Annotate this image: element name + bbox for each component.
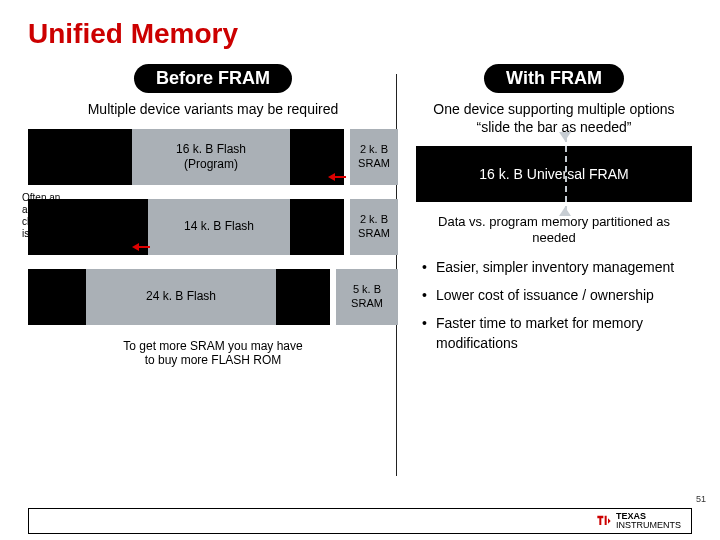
benefits-list: Easier, simpler inventory management Low…	[416, 257, 692, 354]
row-black-left	[28, 129, 132, 185]
arrow-icon	[328, 173, 346, 181]
fram-universal-block: 16 k. B Universal FRAM	[416, 146, 692, 202]
logo-text-b: INSTRUMENTS	[616, 521, 681, 530]
eeprom-label: 1 k. B EEPROM	[90, 196, 138, 222]
flash-segment: 24 k. B Flash	[86, 269, 276, 325]
list-item: Faster time to market for memory modific…	[422, 313, 692, 354]
before-fram-subtitle: Multiple device variants may be required	[28, 101, 398, 119]
memory-row: 16 k. B Flash (Program) 2 k. B SRAM	[28, 129, 398, 185]
fram-label: 16 k. B Universal FRAM	[479, 166, 628, 182]
left-footnote: To get more SRAM you may have to buy mor…	[28, 339, 398, 367]
flash-segment: 14 k. B Flash	[148, 199, 290, 255]
row-black-right	[276, 269, 330, 325]
page-number: 51	[696, 494, 706, 504]
ti-logo: TEXAS INSTRUMENTS	[596, 512, 681, 530]
row-black-right	[290, 199, 344, 255]
chevron-up-icon	[559, 207, 571, 216]
arrow-icon	[132, 243, 150, 251]
sram-segment: 5 k. B SRAM	[336, 269, 398, 325]
slide-title: Unified Memory	[28, 18, 692, 50]
list-item: Lower cost of issuance / ownership	[422, 285, 692, 305]
row-black-left	[28, 269, 86, 325]
with-fram-subtitle: One device supporting multiple options “…	[416, 101, 692, 136]
with-fram-pill: With FRAM	[484, 64, 624, 93]
flash-segment: 16 k. B Flash (Program)	[132, 129, 290, 185]
list-item: Easier, simpler inventory management	[422, 257, 692, 277]
ti-logo-icon	[596, 514, 612, 528]
before-fram-column: Before FRAM Multiple device variants may…	[28, 64, 398, 367]
chevron-down-icon	[559, 132, 571, 141]
footer-bar: TEXAS INSTRUMENTS	[28, 508, 692, 534]
partition-description: Data vs. program memory partitioned as n…	[416, 214, 692, 247]
sram-segment: 2 k. B SRAM	[350, 199, 398, 255]
with-fram-column: With FRAM One device supporting multiple…	[416, 64, 692, 367]
slider-line	[565, 136, 567, 212]
before-fram-pill: Before FRAM	[134, 64, 292, 93]
memory-row: 24 k. B Flash 5 k. B SRAM	[28, 269, 398, 325]
sram-segment: 2 k. B SRAM	[350, 129, 398, 185]
